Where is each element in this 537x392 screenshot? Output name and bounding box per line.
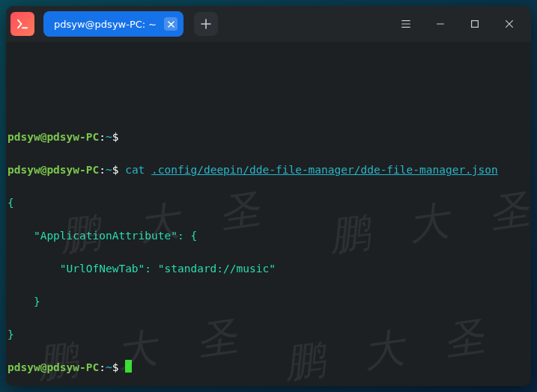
tab-active[interactable]: pdsyw@pdsyw-PC: ~ [43,11,183,37]
command-arg: .config/deepin/dde-file-manager/dde-file… [151,164,498,176]
prompt-user: pdsyw@pdsyw-PC [7,131,99,143]
prompt-user: pdsyw@pdsyw-PC [7,164,99,176]
menu-button[interactable] [389,6,423,42]
output-line: } [7,326,530,343]
new-tab-button[interactable] [194,12,218,36]
tab-title: pdsyw@pdsyw-PC: ~ [54,19,157,30]
cursor [125,360,132,373]
terminal-line: pdsyw@pdsyw-PC:~$ [7,129,530,145]
close-button[interactable] [492,6,527,42]
maximize-button[interactable] [458,6,492,42]
maximize-icon [470,19,480,29]
close-icon [504,19,515,29]
command-cat: cat [125,164,145,176]
output-line: { [7,195,530,211]
terminal-icon [16,17,29,31]
prompt-user: pdsyw@pdsyw-PC [7,361,99,373]
terminal-line: pdsyw@pdsyw-PC:~$ cat .config/deepin/dde… [7,162,530,178]
tab-close-button[interactable] [164,17,178,31]
terminal-body[interactable]: 鹏 大 圣 鹏 大 圣 鹏 大 圣 鹏 大 圣 pdsyw@pdsyw-PC:~… [6,42,531,386]
minimize-icon [435,19,446,29]
output-line: "ApplicationAttribute": { [7,227,530,244]
terminal-line: pdsyw@pdsyw-PC:~$ [7,359,530,376]
hamburger-icon [401,19,411,29]
terminal-window: pdsyw@pdsyw-PC: ~ [6,6,531,386]
minimize-button[interactable] [423,6,458,42]
output-line: "UrlOfNewTab": "standard://music" [7,260,530,277]
output-line: } [7,293,530,310]
plus-icon [201,19,211,29]
svg-rect-1 [472,21,479,28]
close-icon [168,21,175,28]
app-icon [10,12,34,36]
titlebar: pdsyw@pdsyw-PC: ~ [6,6,531,42]
